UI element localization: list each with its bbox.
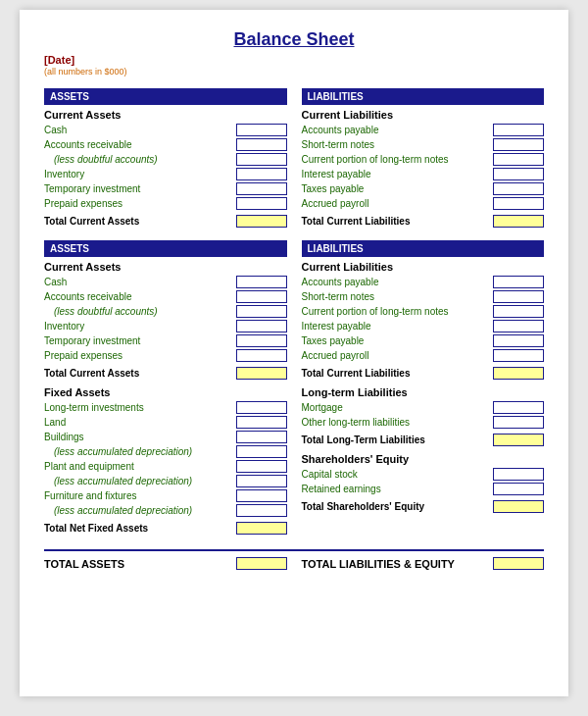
ap-input-2[interactable] <box>493 276 544 288</box>
plant-dep-input[interactable] <box>236 475 287 487</box>
item-label: Short-term notes <box>302 291 494 302</box>
list-item: (less accumulated depreciation) <box>44 444 287 458</box>
list-item: Plant and equipment <box>44 459 287 473</box>
retained-input[interactable] <box>493 483 544 495</box>
cash-input-2[interactable] <box>236 276 287 288</box>
list-item: Buildings <box>44 430 287 443</box>
item-label: Taxes payable <box>302 335 494 346</box>
item-label: Mortgage <box>302 402 494 413</box>
prepaid-input-1[interactable] <box>236 197 287 210</box>
grand-total-liabilities: TOTAL LIABILITIES & EQUITY <box>302 557 545 570</box>
total-shareholders-equity: Total Shareholders' Equity <box>302 498 545 514</box>
tp-input-1[interactable] <box>493 182 544 195</box>
list-item: Prepaid expenses <box>44 196 287 210</box>
section1: ASSETS Current Assets Cash Accounts rece… <box>44 88 544 232</box>
section2: ASSETS Current Assets Cash Accounts rece… <box>44 240 544 539</box>
temp-inv-input-2[interactable] <box>236 334 287 347</box>
stn-input-1[interactable] <box>493 138 544 151</box>
total-current-assets-box-1[interactable] <box>236 215 287 228</box>
list-item: Current portion of long-term notes <box>302 152 545 166</box>
item-label: Prepaid expenses <box>44 350 236 361</box>
total-longterm-box[interactable] <box>493 434 544 446</box>
list-item: Prepaid expenses <box>44 348 287 362</box>
total-current-assets-box-2[interactable] <box>236 367 287 380</box>
section1-liabilities-header: LIABILITIES <box>302 88 545 105</box>
item-label: (less accumulated depreciation) <box>44 476 236 486</box>
list-item: Accounts payable <box>302 275 545 288</box>
cplt-input-2[interactable] <box>493 305 544 318</box>
section2-liabilities-subsection: Current Liabilities <box>302 261 545 273</box>
total-equity-box[interactable] <box>493 500 544 513</box>
temp-inv-input-1[interactable] <box>236 182 287 195</box>
item-label: Inventory <box>44 321 236 332</box>
item-label: Buildings <box>44 432 236 442</box>
ap-input-1[interactable] <box>493 124 544 136</box>
capital-input[interactable] <box>493 468 544 481</box>
total-label: Total Current Assets <box>44 216 236 227</box>
list-item: Taxes payable <box>302 181 545 195</box>
doubtful-input-2[interactable] <box>236 305 287 318</box>
list-item: Interest payable <box>302 167 545 180</box>
ar-input-1[interactable] <box>236 138 287 151</box>
item-label: Temporary investment <box>44 183 236 194</box>
section1-assets-subsection: Current Assets <box>44 109 287 121</box>
ar-input-2[interactable] <box>236 290 287 303</box>
item-label: (less accumulated depreciation) <box>44 505 236 516</box>
land-input[interactable] <box>236 416 287 429</box>
item-label: Interest payable <box>302 169 494 179</box>
inventory-input-2[interactable] <box>236 320 287 332</box>
list-item: Capital stock <box>302 467 545 481</box>
accrued-input-1[interactable] <box>493 197 544 210</box>
mortgage-input[interactable] <box>493 401 544 414</box>
cash-input-1[interactable] <box>236 124 287 136</box>
list-item: Accrued payroll <box>302 196 545 210</box>
bldg-dep-input[interactable] <box>236 445 287 458</box>
section2-liabilities-col: LIABILITIES Current Liabilities Accounts… <box>302 240 545 539</box>
accrued-input-2[interactable] <box>493 349 544 362</box>
total-assets-box[interactable] <box>236 557 287 570</box>
list-item: Current portion of long-term notes <box>302 304 545 318</box>
list-item: Inventory <box>44 319 287 332</box>
buildings-input[interactable] <box>236 431 287 443</box>
item-label: Other long-term liabilities <box>302 417 494 428</box>
list-item: Temporary investment <box>44 181 287 195</box>
item-label: Current portion of long-term notes <box>302 306 494 317</box>
page: Balance Sheet [Date] (all numbers in $00… <box>20 10 568 696</box>
list-item: (less accumulated depreciation) <box>44 503 287 517</box>
doubtful-input-1[interactable] <box>236 153 287 166</box>
prepaid-input-2[interactable] <box>236 349 287 362</box>
plant-input[interactable] <box>236 460 287 473</box>
ip-input-2[interactable] <box>493 320 544 332</box>
item-label: (less doubtful accounts) <box>44 306 236 317</box>
cplt-input-1[interactable] <box>493 153 544 166</box>
stn-input-2[interactable] <box>493 290 544 303</box>
section1-liabilities-col: LIABILITIES Current Liabilities Accounts… <box>302 88 545 232</box>
ip-input-1[interactable] <box>493 168 544 180</box>
total-label: Total Current Liabilities <box>302 216 494 227</box>
list-item: Land <box>44 415 287 429</box>
total-net-fixed-box[interactable] <box>236 522 287 535</box>
tp-input-2[interactable] <box>493 334 544 347</box>
furniture-input[interactable] <box>236 489 287 502</box>
total-current-liabilities-box-1[interactable] <box>493 215 544 228</box>
total-current-liabilities-2: Total Current Liabilities <box>302 365 545 381</box>
other-lt-input[interactable] <box>493 416 544 429</box>
item-label: Land <box>44 417 236 428</box>
inventory-input-1[interactable] <box>236 168 287 180</box>
total-liabilities-box[interactable] <box>493 557 544 570</box>
furniture-dep-input[interactable] <box>236 504 287 517</box>
list-item: (less accumulated depreciation) <box>44 474 287 487</box>
total-current-liabilities-box-2[interactable] <box>493 367 544 380</box>
total-label: Total Long-Term Liabilities <box>302 435 494 445</box>
section2-assets-subsection: Current Assets <box>44 261 287 273</box>
item-label: Cash <box>44 277 236 287</box>
list-item: Mortgage <box>302 400 545 414</box>
list-item: Other long-term liabilities <box>302 415 545 429</box>
longterm-title: Long-term Liabilities <box>302 386 545 398</box>
item-label: Current portion of long-term notes <box>302 154 494 165</box>
total-label: Total Current Liabilities <box>302 368 494 379</box>
list-item: Accounts receivable <box>44 137 287 151</box>
list-item: Inventory <box>44 167 287 180</box>
item-label: Accounts payable <box>302 125 494 135</box>
lti-input[interactable] <box>236 401 287 414</box>
